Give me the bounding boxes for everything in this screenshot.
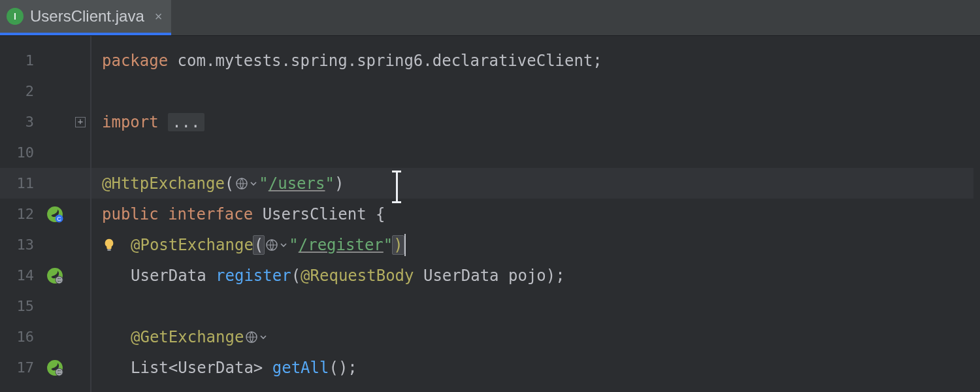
keyword: interface bbox=[168, 205, 263, 223]
lightbulb-icon[interactable] bbox=[102, 238, 116, 252]
code-line[interactable]: @GetExchange bbox=[91, 321, 980, 352]
line-number: 17 bbox=[0, 352, 39, 383]
line-number: 2 bbox=[0, 76, 39, 106]
url-path-string[interactable]: /register bbox=[299, 236, 384, 254]
marker-gutter: C bbox=[39, 36, 71, 392]
spring-bean-gutter-icon[interactable]: C bbox=[39, 199, 71, 229]
string-quote: " bbox=[325, 174, 334, 193]
line-number: 10 bbox=[0, 137, 39, 168]
url-inlay-chip[interactable] bbox=[265, 238, 287, 252]
svg-text:C: C bbox=[57, 215, 61, 221]
interface-file-icon: I bbox=[7, 8, 24, 25]
line-number: 15 bbox=[0, 291, 39, 321]
globe-icon bbox=[245, 331, 258, 344]
url-inlay-chip[interactable] bbox=[235, 177, 257, 190]
url-inlay-chip[interactable] bbox=[245, 331, 267, 344]
code-area[interactable]: package com.mytests.spring.spring6.decla… bbox=[91, 36, 980, 392]
fold-gutter: + bbox=[71, 36, 90, 392]
type-name: List bbox=[131, 359, 169, 377]
keyword: package bbox=[102, 52, 168, 70]
type-name: UserData bbox=[423, 267, 508, 285]
paren-close: ) bbox=[392, 235, 404, 255]
keyword: public bbox=[102, 205, 168, 223]
line-number: 12 bbox=[0, 199, 39, 229]
folded-region[interactable]: ... bbox=[168, 113, 204, 131]
line-number-gutter: 1 2 3 10 11 12 13 14 15 16 17 bbox=[0, 36, 39, 392]
annotation: @HttpExchange bbox=[102, 174, 225, 193]
package-path: com.mytests.spring.spring6.declarativeCl… bbox=[168, 52, 602, 70]
code-line[interactable]: public interface UsersClient { bbox=[91, 199, 980, 229]
line-number: 11 bbox=[0, 168, 39, 199]
code-editor[interactable]: 1 2 3 10 11 12 13 14 15 16 17 C + bbox=[0, 36, 980, 392]
method-name: getAll bbox=[272, 359, 329, 377]
editor-tabbar: I UsersClient.java × bbox=[0, 0, 980, 36]
paren-open: ( bbox=[253, 235, 265, 255]
line-number: 13 bbox=[0, 229, 39, 260]
code-line[interactable]: import ... bbox=[91, 106, 980, 137]
code-line[interactable]: package com.mytests.spring.spring6.decla… bbox=[91, 45, 980, 76]
type-name: UsersClient bbox=[263, 205, 376, 223]
line-number: 3 bbox=[0, 106, 39, 137]
string-quote: " bbox=[384, 236, 393, 254]
spring-web-gutter-icon[interactable] bbox=[39, 260, 71, 291]
code-line[interactable]: @HttpExchange("/users") bbox=[91, 168, 980, 199]
globe-icon bbox=[235, 177, 248, 190]
close-tab-icon[interactable]: × bbox=[151, 9, 163, 24]
param-name: pojo bbox=[508, 267, 546, 285]
editor-tab-usersclient[interactable]: I UsersClient.java × bbox=[0, 0, 171, 35]
code-line-current[interactable]: @PostExchange("/register") bbox=[91, 229, 980, 260]
svg-rect-10 bbox=[107, 249, 111, 250]
globe-icon bbox=[265, 238, 278, 252]
text-caret bbox=[404, 234, 406, 256]
annotation: @RequestBody bbox=[301, 267, 414, 285]
spring-web-gutter-icon[interactable] bbox=[39, 352, 71, 383]
annotation: @GetExchange bbox=[131, 328, 244, 346]
chevron-down-icon bbox=[259, 333, 267, 341]
method-name: register bbox=[216, 267, 291, 285]
code-line[interactable] bbox=[91, 137, 980, 168]
paren: ( bbox=[225, 174, 234, 193]
fold-expand-icon[interactable]: + bbox=[75, 117, 86, 127]
paren: ) bbox=[335, 174, 344, 193]
url-path-string[interactable]: /users bbox=[269, 174, 325, 193]
type-name: UserData bbox=[178, 359, 253, 377]
string-quote: " bbox=[259, 174, 268, 193]
tab-filename: UsersClient.java bbox=[30, 7, 144, 25]
line-number: 1 bbox=[0, 45, 39, 76]
line-number: 14 bbox=[0, 260, 39, 291]
annotation: @PostExchange bbox=[131, 236, 253, 254]
brace: { bbox=[376, 205, 385, 223]
chevron-down-icon bbox=[280, 241, 287, 249]
line-number: 16 bbox=[0, 321, 39, 352]
chevron-down-icon bbox=[250, 180, 257, 188]
code-line[interactable] bbox=[91, 291, 980, 321]
string-quote: " bbox=[289, 236, 298, 254]
code-line[interactable]: List<UserData> getAll(); bbox=[91, 352, 980, 383]
code-line[interactable]: UserData register(@RequestBody UserData … bbox=[91, 260, 980, 291]
keyword: import bbox=[102, 113, 168, 131]
type-name: UserData bbox=[131, 267, 216, 285]
code-line[interactable] bbox=[91, 76, 980, 106]
